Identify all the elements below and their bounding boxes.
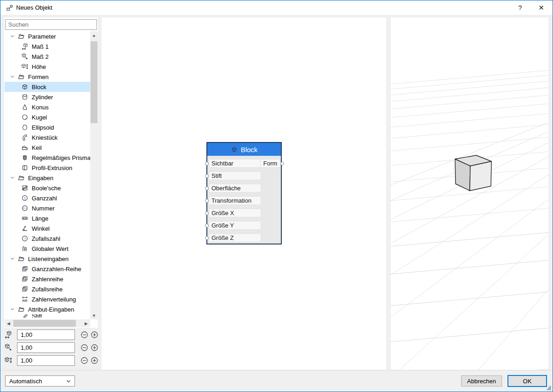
h-he-icon — [21, 63, 29, 70]
tree-item-zufallsreihe[interactable]: ?Zufallsreihe — [5, 284, 90, 294]
tree-item-label: Listeneingaben — [28, 256, 68, 262]
preview-mode-dropdown[interactable]: Automatisch — [5, 375, 75, 386]
decrement-icon[interactable] — [80, 331, 88, 339]
chevron-down-icon[interactable] — [9, 33, 16, 40]
node-header[interactable]: Block — [207, 143, 281, 156]
input-port-icon[interactable] — [205, 224, 209, 227]
attribut-eingaben-icon — [17, 306, 25, 313]
svg-text:?: ? — [24, 237, 26, 241]
node-input-gr-e-z[interactable]: Größe Z — [209, 233, 261, 242]
increment-icon[interactable] — [91, 344, 98, 352]
input-port-icon[interactable] — [205, 211, 209, 215]
tree-item-label: Ellipsoid — [32, 124, 54, 131]
tree-item-keil[interactable]: Keil — [5, 142, 90, 153]
node-block[interactable]: Block SichtbarStiftOberflächeTransformat… — [206, 142, 282, 244]
tree-item-h-he[interactable]: Höhe — [5, 62, 90, 72]
node-input-transformation[interactable]: Transformation — [209, 196, 261, 205]
node-input-gr-e-x[interactable]: Größe X — [209, 209, 261, 217]
input-port-icon[interactable] — [205, 236, 209, 240]
konus-icon — [21, 103, 29, 111]
cancel-button[interactable]: Abbrechen — [461, 375, 502, 386]
input-label: Sichtbar — [211, 160, 234, 167]
tree-item-winkel[interactable]: Winkel — [5, 223, 90, 233]
tree-item-label: Block — [32, 84, 46, 91]
node-editor-canvas[interactable]: Block SichtbarStiftOberflächeTransformat… — [102, 17, 386, 371]
tree-item-ma-1[interactable]: Maß 1 — [5, 41, 90, 51]
tree-item-kniest-ck[interactable]: Kniestück — [5, 132, 90, 142]
tree-item-stift[interactable]: Stift — [5, 314, 90, 318]
tree-item-zahlenverteilung[interactable]: Zahlenverteilung — [5, 294, 90, 304]
tree-vertical-scrollbar[interactable]: ▲ ▼ — [90, 31, 98, 319]
tree-item-attribut-eingaben[interactable]: Attribut-Eingaben — [5, 304, 90, 314]
tree-item-globaler-wert[interactable]: Globaler Wert — [5, 244, 90, 254]
tree-horizontal-scrollbar[interactable]: ◀ ▶ — [5, 319, 90, 327]
tree-item-ma-2[interactable]: Maß 2 — [5, 51, 90, 62]
svg-text:0.1: 0.1 — [23, 207, 27, 210]
parameter-value-input[interactable] — [17, 330, 75, 340]
zufallszahl-icon: ? — [21, 235, 29, 242]
tree-item-l-nge[interactable]: Länge — [5, 213, 90, 223]
scrollbar-thumb[interactable] — [91, 41, 97, 123]
node-input-sichtbar[interactable]: Sichtbar — [209, 159, 261, 168]
parameter-value-input[interactable] — [17, 342, 75, 353]
tree-item-kugel[interactable]: Kugel — [5, 112, 90, 122]
mass1-icon — [4, 330, 12, 339]
tree-item-nummer[interactable]: 0.1Nummer — [5, 203, 90, 213]
input-port-icon[interactable] — [205, 199, 209, 203]
tree-item-zahlenreihe[interactable]: 0.1Zahlenreihe — [5, 274, 90, 284]
output-label: Form — [263, 160, 277, 167]
tree-item-ellipsoid[interactable]: Ellipsoid — [5, 122, 90, 132]
tree-item-ganzzahlen-reihe[interactable]: 1Ganzzahlen-Reihe — [5, 264, 90, 274]
increment-icon[interactable] — [91, 357, 98, 364]
decrement-icon[interactable] — [80, 357, 88, 364]
tree-item-boole-sche[interactable]: Boole'sche — [5, 183, 90, 193]
svg-text:1: 1 — [23, 267, 25, 271]
scroll-up-icon[interactable]: ▲ — [90, 31, 98, 39]
tree-item-formen[interactable]: Formen — [5, 72, 90, 82]
decrement-icon[interactable] — [80, 344, 88, 352]
preview-mode-value: Automatisch — [9, 378, 42, 385]
node-body: SichtbarStiftOberflächeTransformationGrö… — [207, 156, 281, 242]
scroll-left-icon[interactable]: ◀ — [5, 319, 12, 327]
tree-item-label: Attribut-Eingaben — [28, 306, 74, 313]
input-port-icon[interactable] — [205, 187, 209, 190]
tree-item-zufallszahl[interactable]: ?Zufallszahl — [5, 233, 90, 244]
node-input-oberfl-che[interactable]: Oberfläche — [209, 184, 261, 193]
output-port-icon[interactable] — [280, 162, 284, 165]
component-sidebar: ParameterMaß 1Maß 2HöheFormenBlockZylind… — [4, 17, 98, 328]
scrollbar-thumb[interactable] — [13, 320, 76, 327]
node-output-form[interactable]: Form — [260, 159, 280, 168]
node-input-stift[interactable]: Stift — [209, 171, 261, 180]
chevron-down-icon[interactable] — [9, 306, 16, 312]
tree-item-zylinder[interactable]: Zylinder — [5, 92, 90, 102]
tree-item-ganzzahl[interactable]: 1Ganzzahl — [5, 193, 90, 203]
chevron-down-icon[interactable] — [9, 256, 16, 262]
tree-item-eingaben[interactable]: Eingaben — [5, 173, 90, 183]
tree-item-block[interactable]: Block — [5, 82, 90, 92]
tree-item-listeneingaben[interactable]: Listeneingaben — [5, 254, 90, 264]
l-nge-icon — [21, 215, 29, 222]
scroll-down-icon[interactable]: ▼ — [90, 312, 98, 319]
input-port-icon[interactable] — [205, 162, 209, 165]
search-input[interactable] — [5, 19, 97, 30]
parameter-value-input[interactable] — [17, 355, 75, 366]
footer-bar: Automatisch Abbrechen OK — [0, 370, 553, 392]
scroll-right-icon[interactable]: ▶ — [82, 319, 90, 327]
tree-item-konus[interactable]: Konus — [5, 102, 90, 112]
tree-item-parameter[interactable]: Parameter — [5, 31, 90, 41]
chevron-down-icon[interactable] — [9, 74, 16, 80]
preview-3d[interactable] — [391, 17, 548, 371]
resize-grip[interactable] — [547, 386, 551, 390]
chevron-down-icon[interactable] — [9, 175, 16, 181]
ok-button[interactable]: OK — [507, 375, 547, 387]
close-icon[interactable]: ✕ — [531, 0, 552, 15]
svg-text:?: ? — [23, 288, 25, 291]
help-button[interactable]: ? — [510, 0, 530, 15]
increment-icon[interactable] — [91, 331, 98, 339]
tree-item-profil-extrusion[interactable]: Profil-Extrusion — [5, 163, 90, 173]
node-input-gr-e-y[interactable]: Größe Y — [209, 221, 261, 230]
input-port-icon[interactable] — [205, 174, 209, 178]
stift-icon — [21, 314, 29, 318]
tree-item-regelm-iges-prisma[interactable]: Regelmäßiges Prisma — [5, 153, 90, 163]
svg-text:0.1: 0.1 — [23, 278, 26, 281]
